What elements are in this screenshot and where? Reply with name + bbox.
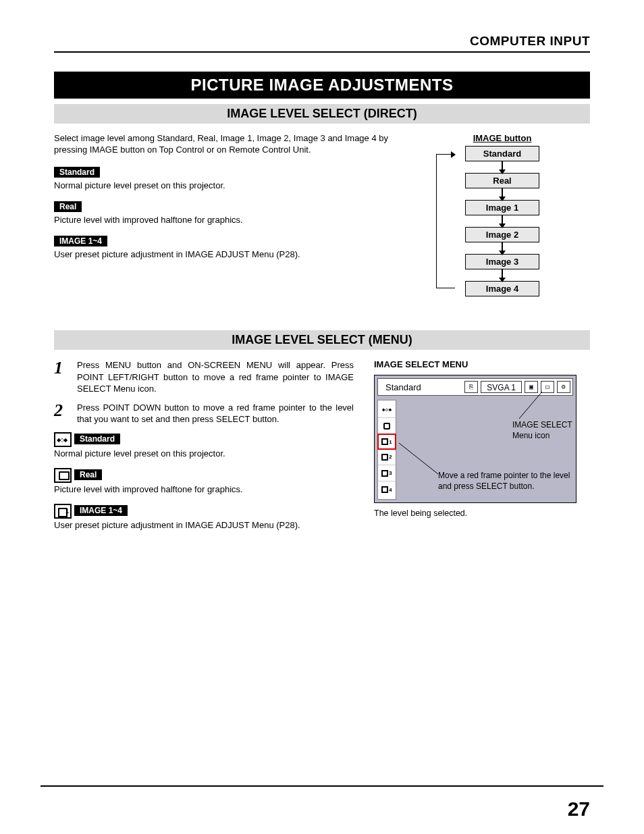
step-text: Press POINT DOWN button to move a red fr… <box>77 402 354 425</box>
return-arrow-icon <box>451 151 456 158</box>
step-text: Press MENU button and ON-SCREEN MENU wil… <box>77 359 354 395</box>
flow-box: Standard <box>465 146 539 161</box>
osd-item-image1: 1 <box>377 434 396 450</box>
standard-icon <box>54 432 72 447</box>
flow-box: Image 4 <box>465 281 539 296</box>
page-title: PICTURE IMAGE ADJUSTMENTS <box>54 72 590 99</box>
osd-selected-label: Standard <box>380 382 462 392</box>
svg-line-1 <box>399 443 438 474</box>
desc-standard: Normal picture level preset on this proj… <box>54 448 354 459</box>
tag-image14: IMAGE 1~4 <box>54 236 107 246</box>
return-line <box>436 154 455 288</box>
flow-box: Image 1 <box>465 200 539 215</box>
step-item: 2 Press POINT DOWN button to move a red … <box>54 402 354 425</box>
menu-title: IMAGE SELECT MENU <box>374 359 590 369</box>
osd-mode-label: SVGA 1 <box>481 381 522 393</box>
osd-item-real <box>378 418 396 434</box>
page-number: 27 <box>568 798 590 820</box>
subsection-title-menu: IMAGE LEVEL SELECT (MENU) <box>54 330 590 350</box>
tag-standard: Standard <box>54 167 100 178</box>
desc-image14: User preset picture adjustment in IMAGE … <box>54 520 354 530</box>
desc-image14: User preset picture adjustment in IMAGE … <box>54 249 394 259</box>
osd-item-image2: 2 <box>378 449 396 465</box>
tag-standard: Standard <box>74 434 120 444</box>
osd-item-image4: 4 <box>378 481 396 498</box>
annotation-icon: IMAGE SELECT Menu icon <box>512 420 580 441</box>
osd-caption: The level being selected. <box>374 509 590 518</box>
flow-box: Real <box>465 173 539 188</box>
osd-sidebar: ◆◇◆ 1 2 3 4 <box>377 400 396 500</box>
osd-item-image3: 3 <box>378 465 396 481</box>
input-icon: ⎘ <box>464 381 478 393</box>
annotation-lines <box>377 380 580 515</box>
screen-icon: ◻ <box>541 381 554 393</box>
flow-title: IMAGE button <box>414 133 590 143</box>
bottom-rule <box>41 785 603 787</box>
tag-image14: IMAGE 1~4 <box>74 505 128 516</box>
image1-icon: 1 <box>54 504 72 519</box>
step-number: 1 <box>54 359 68 395</box>
step-item: 1 Press MENU button and ON-SCREEN MENU w… <box>54 359 354 395</box>
tag-real: Real <box>74 469 102 480</box>
image-select-icon: ▣ <box>525 381 538 393</box>
flow-diagram: Standard Real Image 1 Image 2 Image 3 Im… <box>455 146 549 296</box>
osd-item-standard: ◆◇◆ <box>378 402 396 418</box>
subsection-title-direct: IMAGE LEVEL SELECT (DIRECT) <box>54 104 590 124</box>
flow-box: Image 2 <box>465 227 539 242</box>
svg-line-0 <box>519 392 542 419</box>
osd-top-bar: Standard ⎘ SVGA 1 ▣ ◻ ⚙ <box>377 378 573 396</box>
desc-real: Picture level with improved halftone for… <box>54 484 354 494</box>
desc-real: Picture level with improved halftone for… <box>54 215 394 225</box>
setting-icon: ⚙ <box>557 381 570 393</box>
tag-real: Real <box>54 201 82 212</box>
annotation-pointer: Move a red frame pointer to the level an… <box>438 471 573 492</box>
section-header: COMPUTER INPUT <box>54 34 590 49</box>
real-icon <box>54 468 72 483</box>
step-number: 2 <box>54 402 68 425</box>
intro-text: Select image level among Standard, Real,… <box>54 133 394 156</box>
desc-standard: Normal picture level preset on this proj… <box>54 180 394 190</box>
flow-box: Image 3 <box>465 254 539 269</box>
osd-mockup: Standard ⎘ SVGA 1 ▣ ◻ ⚙ ◆◇◆ 1 2 3 4 <box>374 375 576 503</box>
